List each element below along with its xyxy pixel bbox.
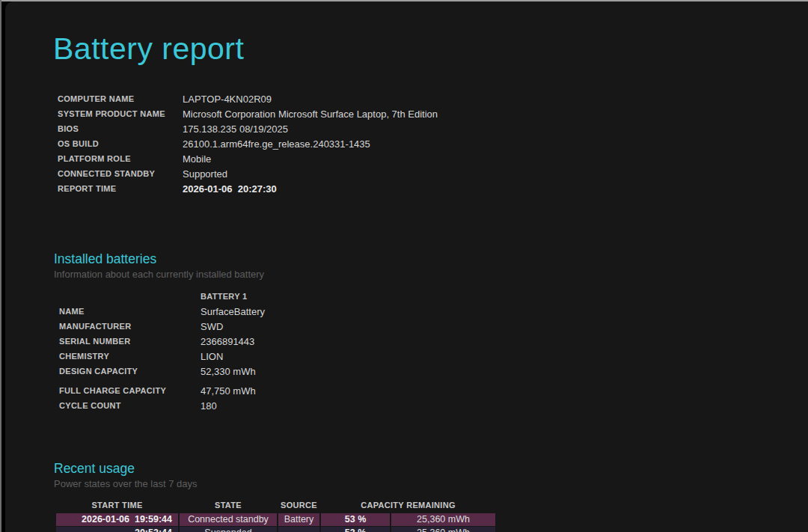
window-top-edge [0, 0, 808, 1]
table-row: 2026-01-06 19:59:44 Connected standby Ba… [56, 513, 495, 526]
info-value: Mobile [183, 153, 211, 165]
info-label: OS BUILD [58, 139, 183, 148]
cell-start-time: 20:53:44 [56, 527, 178, 532]
window-left-edge [0, 0, 1, 532]
info-value: 180 [201, 400, 217, 412]
info-label: DESIGN CAPACITY [59, 367, 201, 376]
system-info-row: REPORT TIME 2026-01-06 20:27:30 [58, 181, 438, 196]
cell-capacity-mwh: 25,360 mWh [391, 513, 495, 526]
header-state: STATE [180, 499, 277, 511]
installed-batteries-subtitle: Information about each currently install… [54, 269, 264, 280]
usage-table-header-row: START TIME STATE SOURCE CAPACITY REMAINI… [56, 499, 495, 511]
battery-info-row: CHEMISTRY LION [59, 349, 265, 364]
battery-info-row: SERIAL NUMBER 2366891443 [59, 334, 265, 349]
info-label: CHEMISTRY [59, 352, 201, 361]
system-info-row: SYSTEM PRODUCT NAME Microsoft Corporatio… [58, 106, 438, 121]
info-label: CYCLE COUNT [59, 401, 201, 410]
info-value: SWD [201, 321, 223, 332]
info-value: 26100.1.arm64fre.ge_release.240331-1435 [183, 138, 370, 150]
info-value: Supported [183, 168, 227, 180]
info-label: FULL CHARGE CAPACITY [59, 386, 201, 395]
cell-source [278, 527, 319, 532]
info-value: LAPTOP-4KN02R09 [183, 94, 272, 105]
info-value: 52,330 mWh [201, 366, 256, 377]
info-value: 175.138.235 08/19/2025 [183, 123, 288, 135]
info-label: REPORT TIME [58, 184, 183, 193]
battery-info-row: CYCLE COUNT 180 [59, 398, 265, 413]
header-source: SOURCE [278, 499, 319, 511]
cell-capacity-mwh: 25,360 mWh [391, 527, 495, 532]
battery-info-row: FULL CHARGE CAPACITY 47,750 mWh [59, 383, 265, 398]
cell-start-time: 2026-01-06 19:59:44 [56, 513, 178, 526]
info-label: BIOS [58, 124, 183, 133]
table-row: 20:53:44 Suspended 53 % 25,360 mWh [56, 527, 495, 532]
info-value: 47,750 mWh [201, 385, 256, 397]
info-value: LION [201, 351, 223, 362]
system-info-row: BIOS 175.138.235 08/19/2025 [58, 121, 438, 136]
info-value: SurfaceBattery [201, 306, 265, 317]
recent-usage-table: START TIME STATE SOURCE CAPACITY REMAINI… [56, 499, 495, 532]
info-value: 2366891443 [201, 336, 254, 347]
installed-batteries-heading: Installed batteries [54, 251, 156, 267]
info-label: COMPUTER NAME [58, 94, 183, 103]
cell-capacity-percent: 53 % [321, 513, 390, 526]
recent-usage-heading: Recent usage [54, 461, 135, 477]
system-info-row: COMPUTER NAME LAPTOP-4KN02R09 [58, 91, 438, 106]
header-capacity-remaining: CAPACITY REMAINING [321, 499, 495, 511]
cell-source: Battery [278, 513, 319, 526]
battery-info-row: DESIGN CAPACITY 52,330 mWh [59, 364, 265, 379]
info-label: NAME [59, 307, 201, 316]
page-title: Battery report [53, 31, 244, 67]
system-info-row: OS BUILD 26100.1.arm64fre.ge_release.240… [58, 136, 438, 151]
system-info-row: PLATFORM ROLE Mobile [58, 151, 438, 166]
info-label: CONNECTED STANDBY [58, 169, 183, 178]
info-label: MANUFACTURER [59, 322, 201, 331]
battery-info-row: MANUFACTURER SWD [59, 319, 265, 334]
battery-report-page: { "colors": { "accent": "#3cc7d9", "row_… [0, 0, 808, 532]
info-label: SERIAL NUMBER [59, 337, 201, 346]
report-time-value: 2026-01-06 20:27:30 [183, 183, 277, 195]
info-value: Microsoft Corporation Microsoft Surface … [183, 108, 438, 120]
battery-info-row: NAME SurfaceBattery [59, 304, 265, 319]
battery-column-header: BATTERY 1 [59, 289, 265, 304]
info-label: PLATFORM ROLE [58, 154, 183, 163]
info-label: SYSTEM PRODUCT NAME [58, 109, 183, 118]
installed-batteries-section: BATTERY 1 NAME SurfaceBattery MANUFACTUR… [59, 289, 265, 413]
cell-state: Connected standby [180, 513, 277, 526]
report-surface: Battery report COMPUTER NAME LAPTOP-4KN0… [5, 1, 808, 532]
cell-state: Suspended [180, 527, 277, 532]
recent-usage-subtitle: Power states over the last 7 days [54, 478, 197, 489]
header-start-time: START TIME [56, 499, 178, 511]
system-info-row: CONNECTED STANDBY Supported [58, 166, 438, 181]
cell-capacity-percent: 53 % [321, 527, 390, 532]
system-info-section: COMPUTER NAME LAPTOP-4KN02R09 SYSTEM PRO… [58, 91, 438, 196]
